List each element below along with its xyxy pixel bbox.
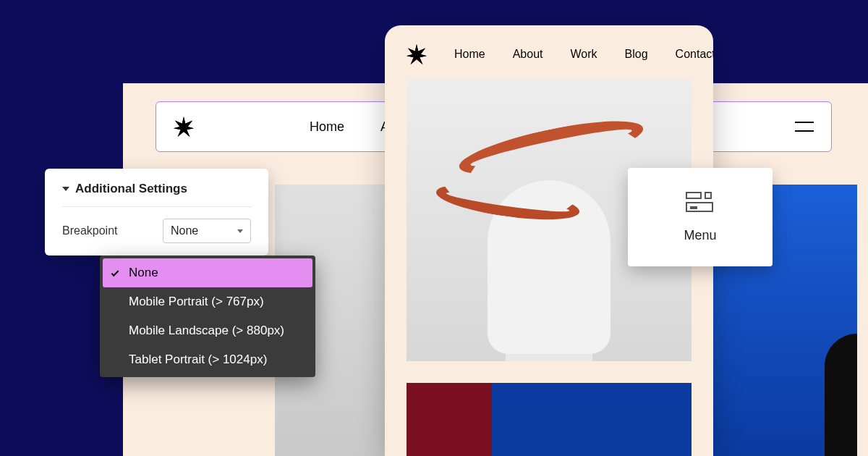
dropdown-option-label: Mobile Portrait (> 767px) <box>129 295 264 308</box>
dropdown-option[interactable]: None <box>103 258 312 287</box>
dropdown-option[interactable]: Tablet Portrait (> 1024px) <box>100 345 315 374</box>
logo-starburst-icon <box>174 117 194 137</box>
chevron-down-icon <box>62 187 69 191</box>
nav-link[interactable]: Home <box>454 48 485 61</box>
breakpoint-select[interactable]: None <box>163 219 251 243</box>
dropdown-option[interactable]: Mobile Portrait (> 767px) <box>100 287 315 316</box>
menu-layout-icon <box>686 192 715 212</box>
check-icon <box>111 269 119 276</box>
nav-link[interactable]: Work <box>571 48 597 61</box>
secondary-image-tablet <box>407 383 692 456</box>
panel-title: Additional Settings <box>75 182 187 196</box>
navbar-tablet: Home About Work Blog Contact <box>385 25 713 79</box>
breakpoint-label: Breakpoint <box>62 224 118 237</box>
menu-card-label: Menu <box>684 228 716 243</box>
nav-link[interactable]: Contact <box>676 48 713 61</box>
panel-header[interactable]: Additional Settings <box>62 182 251 207</box>
menu-component-card[interactable]: Menu <box>628 168 773 266</box>
dropdown-option-label: None <box>129 266 158 279</box>
breakpoint-dropdown: None Mobile Portrait (> 767px) Mobile La… <box>100 256 315 377</box>
dropdown-option-label: Mobile Landscape (> 880px) <box>129 324 284 337</box>
hamburger-icon[interactable] <box>795 122 814 132</box>
nav-link[interactable]: Home <box>310 119 344 135</box>
breakpoint-value: None <box>171 224 198 237</box>
dropdown-option-label: Tablet Portrait (> 1024px) <box>129 352 267 366</box>
dropdown-option[interactable]: Mobile Landscape (> 880px) <box>100 316 315 345</box>
additional-settings-panel: Additional Settings Breakpoint None <box>45 169 268 256</box>
chevron-down-icon <box>237 229 243 233</box>
nav-link[interactable]: About <box>513 48 543 61</box>
nav-link[interactable]: Blog <box>625 48 648 61</box>
logo-starburst-icon <box>407 44 427 64</box>
